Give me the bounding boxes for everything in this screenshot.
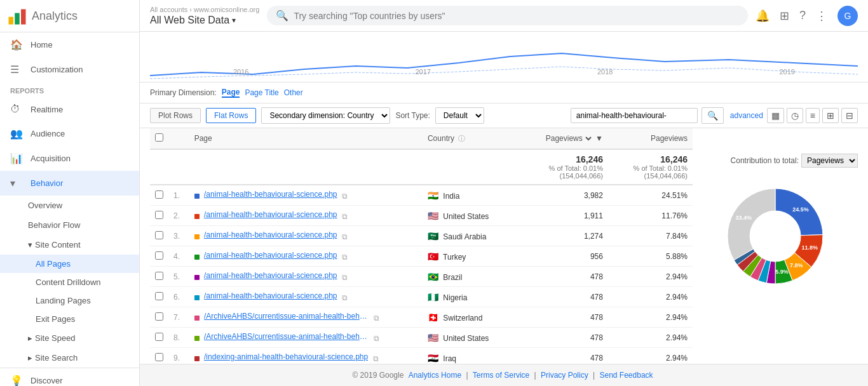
- privacy-link[interactable]: Privacy Policy: [541, 371, 588, 380]
- page-link[interactable]: /animal-health-behavioural-science.php: [204, 190, 337, 199]
- sidebar: Analytics 🏠 Home ☰ Customization REPORTS…: [0, 0, 140, 386]
- copyright: © 2019 Google: [352, 371, 403, 380]
- list-view-button[interactable]: ≡: [806, 108, 820, 123]
- copy-icon[interactable]: ⧉: [373, 354, 379, 363]
- help-icon[interactable]: ?: [799, 9, 806, 22]
- analytics-home-link[interactable]: Analytics Home: [409, 371, 461, 380]
- sidebar-sub-site-search[interactable]: ▸ Site Search: [0, 348, 139, 368]
- page-link[interactable]: /animal-health-behavioural-science.php: [204, 291, 337, 300]
- sidebar-sub-landing-pages[interactable]: Landing Pages: [0, 291, 139, 310]
- row-num-header: [168, 128, 189, 149]
- page-link[interactable]: /indexing-animal-health-behavioural-scie…: [204, 352, 368, 361]
- search-input[interactable]: [294, 11, 739, 21]
- flat-rows-button[interactable]: Flat Rows: [206, 108, 256, 123]
- copy-icon[interactable]: ⧉: [342, 232, 348, 241]
- sidebar-item-customization[interactable]: ☰ Customization: [0, 57, 139, 82]
- sidebar-sub-exit-pages[interactable]: Exit Pages: [0, 310, 139, 328]
- terms-link[interactable]: Terms of Service: [473, 371, 529, 380]
- totals-sub: (154,044,066): [521, 172, 603, 180]
- pageviews-cell: 1,911: [516, 206, 608, 226]
- page-link[interactable]: /animal-health-behavioural-science.php: [204, 230, 337, 239]
- copy-icon[interactable]: ⧉: [342, 293, 348, 302]
- row-checkbox[interactable]: [155, 231, 163, 239]
- color-indicator: [194, 194, 200, 199]
- copy-icon[interactable]: ⧉: [342, 273, 348, 282]
- row-checkbox[interactable]: [155, 211, 163, 219]
- notifications-icon[interactable]: 🔔: [756, 9, 770, 23]
- global-search[interactable]: 🔍: [267, 6, 748, 25]
- contribution-cell: 2.94%: [608, 287, 693, 307]
- country-header[interactable]: Country ⓘ: [423, 128, 516, 149]
- search-button[interactable]: 🔍: [702, 107, 724, 124]
- sidebar-item-realtime[interactable]: ⏱ Realtime: [0, 97, 139, 121]
- select-all-checkbox[interactable]: [155, 133, 163, 142]
- sidebar-sub-all-pages[interactable]: All Pages: [0, 255, 139, 273]
- row-checkbox[interactable]: [155, 292, 163, 300]
- data-table: Page Country ⓘ Pageviews ▼: [150, 128, 693, 364]
- dim-page[interactable]: Page: [222, 88, 240, 98]
- table-search-input[interactable]: [571, 108, 698, 123]
- row-checkbox[interactable]: [155, 190, 163, 199]
- realtime-label: Realtime: [31, 105, 63, 114]
- sidebar-sub-site-speed[interactable]: ▸ Site Speed: [0, 328, 139, 348]
- page-link[interactable]: /animal-health-behavioural-science.php: [204, 210, 337, 219]
- sort-type-select[interactable]: Default: [435, 107, 484, 124]
- primary-dimension-label: Primary Dimension:: [150, 88, 217, 97]
- row-number: 2.: [168, 206, 189, 226]
- pie-metric-select[interactable]: Pageviews: [801, 154, 858, 168]
- row-checkbox[interactable]: [155, 312, 163, 321]
- pivot-view-button[interactable]: ⊟: [841, 108, 858, 123]
- page-cell: /animal-health-behavioural-science.php ⧉: [189, 287, 423, 307]
- sidebar-item-audience[interactable]: 👥 Audience: [0, 121, 139, 146]
- page-link[interactable]: /ArchiveAHBS/currentissue-animal-health-…: [204, 332, 369, 341]
- table-row: 9. /indexing-animal-health-behavioural-s…: [150, 348, 693, 364]
- analytics-logo: [8, 6, 27, 25]
- page-link[interactable]: /ArchiveAHBS/currentissue-animal-health-…: [204, 312, 369, 321]
- apps-grid-icon[interactable]: ⊞: [780, 9, 789, 23]
- row-checkbox[interactable]: [155, 333, 163, 341]
- discover-icon: 💡: [10, 375, 23, 386]
- page-header[interactable]: Page: [189, 128, 423, 149]
- more-options-icon[interactable]: ⋮: [816, 9, 827, 23]
- account-selector[interactable]: All Web Site Data ▾: [150, 15, 259, 26]
- sidebar-item-behavior[interactable]: ▾ Behavior: [0, 171, 139, 196]
- pageviews-col-header[interactable]: Pageviews ▼: [516, 128, 608, 149]
- sidebar-sub-site-content[interactable]: ▾ Site Content: [0, 235, 139, 255]
- pageviews-metric-select[interactable]: Pageviews: [543, 133, 593, 143]
- grid-view-button[interactable]: ▦: [767, 108, 784, 123]
- advanced-link[interactable]: advanced: [730, 111, 763, 120]
- copy-icon[interactable]: ⧉: [342, 212, 348, 221]
- copy-icon[interactable]: ⧉: [374, 314, 379, 323]
- sidebar-sub-overview[interactable]: Overview: [0, 196, 139, 215]
- sidebar-item-discover[interactable]: 💡 Discover: [0, 368, 139, 386]
- plot-rows-button[interactable]: Plot Rows: [150, 108, 201, 123]
- sidebar-item-home[interactable]: 🏠 Home: [0, 32, 139, 57]
- chart-view-button[interactable]: ◷: [787, 108, 803, 123]
- page-header-label: Page: [194, 134, 212, 143]
- dim-other[interactable]: Other: [284, 88, 303, 97]
- feedback-link[interactable]: Send Feedback: [600, 371, 653, 380]
- table-row: 3. /animal-health-behavioural-science.ph…: [150, 226, 693, 246]
- acquisition-icon: 📊: [10, 152, 23, 164]
- copy-icon[interactable]: ⧉: [342, 253, 348, 262]
- sidebar-sub-content-drilldown[interactable]: Content Drilldown: [0, 273, 139, 291]
- pie-chart-header: Contribution to total: Pageviews: [693, 154, 858, 173]
- row-checkbox[interactable]: [155, 251, 163, 260]
- page-link[interactable]: /animal-health-behavioural-science.php: [204, 251, 337, 260]
- year-2017: 2017: [416, 68, 431, 76]
- row-checkbox[interactable]: [155, 353, 163, 361]
- sidebar-sub-behavior-flow[interactable]: Behavior Flow: [0, 215, 139, 235]
- sidebar-item-acquisition[interactable]: 📊 Acquisition: [0, 146, 139, 171]
- copy-icon[interactable]: ⧉: [342, 192, 348, 201]
- select-all-header[interactable]: [150, 128, 168, 149]
- copy-icon[interactable]: ⧉: [374, 334, 379, 343]
- page-link[interactable]: /animal-health-behavioural-science.php: [204, 271, 337, 280]
- dim-page-title[interactable]: Page Title: [245, 88, 278, 97]
- page-cell: /ArchiveAHBS/currentissue-animal-health-…: [189, 328, 423, 348]
- user-avatar[interactable]: G: [837, 6, 858, 26]
- totals-pageviews: 16,246 % of Total: 0.01% (154,044,066): [516, 149, 608, 185]
- compare-view-button[interactable]: ⊞: [822, 108, 839, 123]
- row-checkbox[interactable]: [155, 272, 163, 280]
- secondary-dimension-select[interactable]: Secondary dimension: Country: [261, 107, 390, 124]
- country-name: Iraq: [443, 354, 456, 363]
